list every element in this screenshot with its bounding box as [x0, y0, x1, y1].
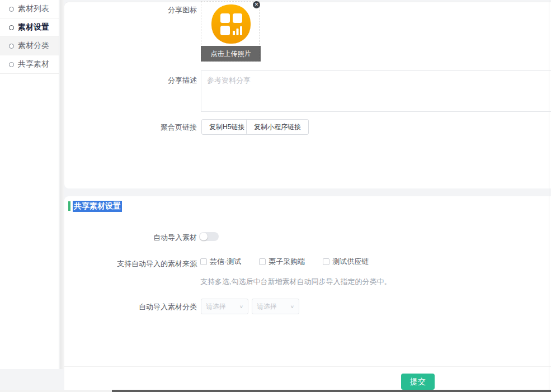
upload-caption: 点击上传照片 [201, 46, 261, 62]
sidebar-item-material-category[interactable]: 素材分类 [0, 37, 59, 55]
aggregate-link-label: 聚合页链接 [112, 122, 197, 133]
footer-bar [64, 366, 551, 390]
uploaded-share-icon [201, 2, 260, 46]
close-icon[interactable]: ✕ [253, 1, 260, 8]
horizontal-scrollbar[interactable] [0, 390, 551, 392]
sidebar-divider [60, 0, 64, 369]
copy-h5-link-button[interactable]: 复制H5链接 [201, 119, 252, 135]
horizontal-scrollbar-thumb[interactable] [112, 390, 551, 392]
sidebar-item-label: 素材分类 [18, 41, 49, 51]
auto-import-toggle[interactable] [199, 232, 219, 241]
sidebar-item-material-settings[interactable]: 素材设置 [0, 18, 59, 37]
radio-icon [9, 7, 14, 12]
import-sources-group: 芸信-测试 栗子采购端 测试供应链 [200, 257, 387, 267]
select-placeholder: 请选择 [206, 302, 226, 311]
checkbox-label: 测试供应链 [332, 257, 369, 267]
checkbox-label: 芸信-测试 [210, 257, 241, 267]
share-desc-label: 分享描述 [112, 75, 197, 86]
checkbox-source-lizi-purchase[interactable]: 栗子采购端 [259, 257, 305, 267]
checkbox-icon [323, 258, 329, 265]
category-select-level2[interactable]: 请选择 ∨ [252, 299, 299, 314]
grid-chart-icon [211, 4, 251, 44]
sidebar-item-material-list[interactable]: 素材列表 [0, 0, 59, 18]
submit-button[interactable]: 提交 [401, 374, 435, 390]
checkbox-source-yunxin-test[interactable]: 芸信-测试 [200, 257, 241, 267]
radio-icon [9, 44, 14, 49]
sidebar-item-label: 共享素材 [18, 59, 49, 69]
share-desc-textarea[interactable] [201, 70, 551, 112]
toggle-knob [200, 233, 208, 240]
checkbox-icon [259, 258, 266, 265]
share-icon-upload-box[interactable]: 点击上传照片 [201, 1, 260, 62]
select-placeholder: 请选择 [257, 302, 277, 311]
sidebar-item-shared-material[interactable]: 共享素材 [0, 55, 59, 74]
vertical-scrollbar-track [549, 0, 549, 390]
share-icon-label: 分享图标 [112, 5, 197, 15]
chevron-down-icon: ∨ [239, 304, 243, 309]
chevron-down-icon: ∨ [290, 304, 294, 309]
import-sources-label: 支持自动导入的素材来源 [101, 259, 197, 269]
auto-import-label: 自动导入素材 [112, 233, 197, 243]
radio-icon [9, 25, 14, 30]
sidebar: 素材列表 素材设置 素材分类 共享素材 [0, 0, 59, 369]
radio-icon [9, 62, 14, 67]
sidebar-item-label: 素材列表 [18, 4, 49, 14]
checkbox-source-test-supply-chain[interactable]: 测试供应链 [323, 257, 369, 267]
section-accent-bar [68, 201, 70, 211]
category-select-level1[interactable]: 请选择 ∨ [201, 299, 248, 314]
section-title: 共享素材设置 [73, 201, 122, 212]
sidebar-item-label: 素材设置 [18, 22, 49, 32]
checkbox-label: 栗子采购端 [269, 257, 305, 267]
copy-miniprogram-link-button[interactable]: 复制小程序链接 [246, 119, 309, 135]
import-sources-hint: 支持多选,勾选后中台新增素材自动同步导入指定的分类中。 [200, 277, 392, 287]
import-category-label: 自动导入素材分类 [112, 302, 197, 312]
checkbox-icon [200, 258, 207, 265]
